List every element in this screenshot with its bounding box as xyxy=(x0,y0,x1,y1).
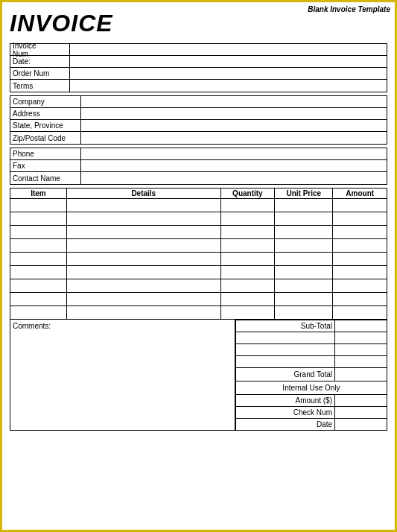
quantity-cell[interactable] xyxy=(220,266,275,279)
totals-area: Sub-Total xyxy=(235,320,387,431)
details-cell[interactable] xyxy=(66,279,220,293)
template-label: Blank Invoice Template xyxy=(308,5,390,13)
details-cell[interactable] xyxy=(66,253,220,266)
check-num-label: Check Num xyxy=(236,407,335,419)
amount-cell[interactable] xyxy=(333,253,387,266)
quantity-cell[interactable] xyxy=(220,199,275,212)
details-cell[interactable] xyxy=(66,266,220,279)
blank-value-1[interactable] xyxy=(335,332,387,344)
contact-value[interactable] xyxy=(81,172,387,184)
quantity-cell[interactable] xyxy=(220,239,275,253)
fax-label: Fax xyxy=(10,160,81,171)
order-num-row: Order Num xyxy=(10,68,387,80)
line-items-table: Item Details Quantity Unit Price Amount xyxy=(10,188,387,320)
address-row: Address xyxy=(10,108,387,120)
quantity-cell[interactable] xyxy=(220,253,275,266)
quantity-cell[interactable] xyxy=(220,279,275,293)
amount-value[interactable] xyxy=(335,395,387,407)
date-value[interactable] xyxy=(70,56,387,67)
zip-row: Zip/Postal Code xyxy=(10,132,387,144)
unit-price-cell[interactable] xyxy=(275,279,333,293)
fax-row: Fax xyxy=(10,160,387,172)
state-value[interactable] xyxy=(81,120,387,131)
amount-cell[interactable] xyxy=(333,266,387,279)
amount-cell[interactable] xyxy=(333,199,387,212)
check-num-value[interactable] xyxy=(335,407,387,419)
table-row xyxy=(10,212,387,226)
address-label: Address xyxy=(10,108,81,119)
unit-price-cell[interactable] xyxy=(275,226,333,239)
invoice-num-label: InvoiceNum xyxy=(10,44,70,55)
zip-label: Zip/Postal Code xyxy=(10,132,81,144)
amount-cell[interactable] xyxy=(333,239,387,253)
unit-price-cell[interactable] xyxy=(275,253,333,266)
order-num-label: Order Num xyxy=(10,68,70,79)
blank-row-1 xyxy=(236,332,387,344)
details-cell[interactable] xyxy=(66,199,220,212)
amount-cell[interactable] xyxy=(333,293,387,306)
amount-label: Amount ($) xyxy=(236,395,335,407)
company-info-section: Company Address State, Province Zip/Post… xyxy=(10,95,387,145)
amount-cell[interactable] xyxy=(333,279,387,293)
date-row: Date: xyxy=(10,56,387,68)
quantity-cell[interactable] xyxy=(220,306,275,320)
item-cell[interactable] xyxy=(10,306,67,320)
quantity-cell[interactable] xyxy=(220,212,275,226)
order-num-value[interactable] xyxy=(70,68,387,79)
invoice-title: INVOICE xyxy=(10,10,387,37)
bottom-area: Comments: Sub-Total xyxy=(10,320,387,431)
company-value[interactable] xyxy=(81,96,387,107)
terms-value[interactable] xyxy=(70,80,387,92)
comments-label: Comments: xyxy=(13,322,51,330)
phone-row: Phone xyxy=(10,148,387,160)
grand-total-label: Grand Total xyxy=(236,368,335,381)
amount-cell[interactable] xyxy=(333,306,387,320)
details-cell[interactable] xyxy=(66,239,220,253)
zip-value[interactable] xyxy=(81,132,387,144)
amount-cell[interactable] xyxy=(333,226,387,239)
state-row: State, Province xyxy=(10,120,387,132)
phone-value[interactable] xyxy=(81,148,387,159)
unit-price-cell[interactable] xyxy=(275,239,333,253)
item-cell[interactable] xyxy=(10,212,67,226)
subtotal-value[interactable] xyxy=(335,320,387,332)
invoice-num-row: InvoiceNum xyxy=(10,44,387,56)
fax-value[interactable] xyxy=(81,160,387,171)
check-num-row: Check Num xyxy=(236,407,387,419)
details-cell[interactable] xyxy=(66,306,220,320)
comments-area: Comments: xyxy=(10,320,235,431)
grand-total-value[interactable] xyxy=(335,368,387,381)
amount-cell[interactable] xyxy=(333,212,387,226)
unit-price-cell[interactable] xyxy=(275,212,333,226)
company-row: Company xyxy=(10,96,387,108)
date-label-totals: Date xyxy=(236,419,335,431)
item-cell[interactable] xyxy=(10,239,67,253)
item-cell[interactable] xyxy=(10,279,67,293)
unit-price-cell[interactable] xyxy=(275,306,333,320)
quantity-cell[interactable] xyxy=(220,293,275,306)
blank-label-2 xyxy=(236,344,335,356)
item-cell[interactable] xyxy=(10,226,67,239)
details-cell[interactable] xyxy=(66,212,220,226)
unit-price-cell[interactable] xyxy=(275,199,333,212)
address-value[interactable] xyxy=(81,108,387,119)
state-label: State, Province xyxy=(10,120,81,131)
col-header-item: Item xyxy=(10,189,67,199)
amount-row: Amount ($) xyxy=(236,395,387,407)
blank-value-2[interactable] xyxy=(335,344,387,356)
item-cell[interactable] xyxy=(10,199,67,212)
unit-price-cell[interactable] xyxy=(275,293,333,306)
unit-price-cell[interactable] xyxy=(275,266,333,279)
date-value-totals[interactable] xyxy=(335,419,387,431)
details-cell[interactable] xyxy=(66,226,220,239)
blank-label-1 xyxy=(236,332,335,344)
item-cell[interactable] xyxy=(10,293,67,306)
invoice-num-value[interactable] xyxy=(70,44,387,55)
table-row xyxy=(10,266,387,279)
item-cell[interactable] xyxy=(10,253,67,266)
blank-value-3[interactable] xyxy=(335,356,387,368)
col-header-details: Details xyxy=(66,189,220,199)
item-cell[interactable] xyxy=(10,266,67,279)
quantity-cell[interactable] xyxy=(220,226,275,239)
details-cell[interactable] xyxy=(66,293,220,306)
